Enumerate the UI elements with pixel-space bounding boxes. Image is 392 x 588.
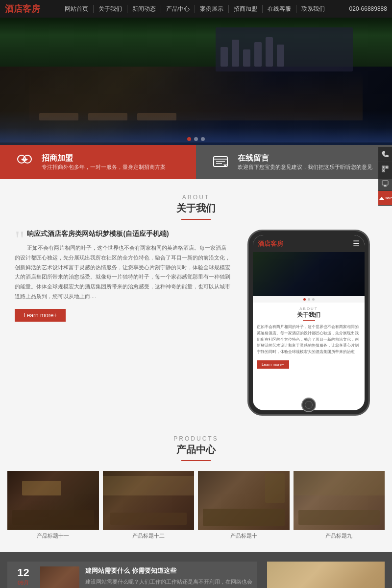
news-img-1 <box>40 566 79 588</box>
about-section-title: ABOUT 关于我们 <box>0 194 392 220</box>
svg-rect-11 <box>387 166 388 167</box>
franchise-title: 招商加盟 <box>42 153 166 164</box>
about-learn-more[interactable]: Learn more+ <box>15 309 66 322</box>
news-content-1: 建网站需要什么 你需要知道这些 建设网站需要什么呢？人们工作的工作站还是离不开利… <box>85 566 252 588</box>
svg-rect-12 <box>383 170 384 171</box>
franchise-desc: 专注招商外包多年，一对一服务，量身定制招商方案 <box>42 164 166 171</box>
side-icons: ToP <box>378 147 392 206</box>
phone-about-title: ABOUT 关于我们 <box>253 303 365 322</box>
about-title-line <box>181 219 211 220</box>
hero-bg <box>0 18 392 145</box>
news-item-1[interactable]: 12 09月 建网站需要什么 你需要知道这些 建设网站需要什么呢？人们工作的工作… <box>7 562 257 588</box>
hero-dots <box>187 137 205 141</box>
header-nav: 网站首页 关于我们 新闻动态 产品中心 案例展示 招商加盟 在线客服 联系我们 <box>60 5 330 13</box>
news-left: 12 09月 建网站需要什么 你需要知道这些 建设网站需要什么呢？人们工作的工作… <box>7 562 257 588</box>
nav-cases[interactable]: 案例展示 <box>195 5 229 13</box>
news-title-1: 建网站需要什么 你需要知道这些 <box>85 566 252 575</box>
message-title: 在线留言 <box>238 153 372 164</box>
message-text: 在线留言 欢迎留下您宝贵的意见建议，我们把这乐于听听您的意见 <box>238 153 372 171</box>
hero-dot-1[interactable] <box>187 137 191 141</box>
about-right-phone: 酒店客房 ☰ ABOUT 关于我们 正如不会有两片 <box>240 230 377 416</box>
news-right: 2018-09-12 网站维护对于企业未说具有哪些重要性 企业网站建设完成之后，… <box>267 562 385 588</box>
quote-mark: " <box>15 230 24 249</box>
news-section: 12 09月 建网站需要什么 你需要知道这些 建设网站需要什么呢？人们工作的工作… <box>0 552 392 588</box>
header: 酒店客房 网站首页 关于我们 新闻动态 产品中心 案例展示 招商加盟 在线客服 … <box>0 0 392 18</box>
nav-contact[interactable]: 联系我们 <box>296 5 330 13</box>
products-title-line <box>181 460 211 461</box>
phone-logo: 酒店客房 <box>258 239 283 248</box>
phone-line <box>303 320 315 321</box>
phone-text: 正如不会有两片相同的叶子，这个世界也不会有两家相同的英迪格酒店。每一家酒店的设计… <box>253 322 365 358</box>
hero-dot-3[interactable] <box>201 137 205 141</box>
about-content: " 响应式酒店客房类网站织梦模板(自适应手机端) 正如不会有两片相同的叶子，这个… <box>0 230 392 416</box>
franchise-text: 招商加盟 专注招商外包多年，一对一服务，量身定制招商方案 <box>42 153 166 171</box>
franchise-icon <box>15 152 34 172</box>
products-section: PRODUCTS 产品中心 产品标题十一 产品标题十二 产品标题十 <box>0 425 392 552</box>
header-phone: 020-66889888 <box>349 5 387 12</box>
products-section-title: PRODUCTS 产品中心 <box>0 435 392 461</box>
products-grid: 产品标题十一 产品标题十二 产品标题十 产品标题九 <box>0 471 392 542</box>
svg-rect-13 <box>382 181 388 185</box>
phone-dots <box>253 296 365 303</box>
nav-franchise[interactable]: 招商加盟 <box>229 5 263 13</box>
product-item-1[interactable]: 产品标题十一 <box>7 471 99 542</box>
message-action[interactable]: 在线留言 欢迎留下您宝贵的意见建议，我们把这乐于听听您的意见 <box>196 145 392 179</box>
hero-dot-2[interactable] <box>194 137 198 141</box>
product-label-3: 产品标题十 <box>198 530 290 542</box>
nav-home[interactable]: 网站首页 <box>60 5 94 13</box>
about-text: 正如不会有两片相同的叶子，这个世界也不会有两家相同的英迪格酒店。每一家酒店的设计… <box>15 243 230 302</box>
top-label: ToP <box>385 196 392 201</box>
message-icon <box>211 152 230 172</box>
phone-screen: 酒店客房 ☰ ABOUT 关于我们 正如不会有两片 <box>253 235 365 410</box>
svg-marker-14 <box>379 197 384 200</box>
nav-about[interactable]: 关于我们 <box>94 5 127 13</box>
products-en-title: PRODUCTS <box>0 435 392 442</box>
phone-dot-3 <box>312 298 315 301</box>
phone-header: 酒店客房 ☰ <box>253 235 365 252</box>
news-right-img <box>267 562 385 588</box>
phone-hero-img <box>253 252 365 296</box>
side-top-button[interactable]: ToP <box>378 191 392 206</box>
about-left: " 响应式酒店客房类网站织梦模板(自适应手机端) 正如不会有两片相同的叶子，这个… <box>15 230 230 416</box>
action-bar: 招商加盟 专注招商外包多年，一对一服务，量身定制招商方案 在线留言 欢迎留下您宝… <box>0 145 392 179</box>
hero-banner <box>0 18 392 145</box>
news-month-1: 09月 <box>12 579 34 587</box>
message-desc: 欢迎留下您宝贵的意见建议，我们把这乐于听听您的意见 <box>238 164 372 171</box>
side-chat-icon[interactable] <box>378 176 392 191</box>
franchise-action[interactable]: 招商加盟 专注招商外包多年，一对一服务，量身定制招商方案 <box>0 145 196 179</box>
phone-home-button[interactable] <box>301 398 316 412</box>
phone-dot-2 <box>308 298 310 301</box>
phone-dot-1 <box>303 298 306 301</box>
about-article-title: 响应式酒店客房类网站织梦模板(自适应手机端) <box>15 230 230 238</box>
about-section: ABOUT 关于我们 " 响应式酒店客房类网站织梦模板(自适应手机端) 正如不会… <box>0 179 392 425</box>
product-item-4[interactable]: 产品标题九 <box>294 471 385 542</box>
phone-home-ring <box>305 401 313 409</box>
news-date-1: 12 09月 <box>12 566 34 588</box>
about-en-title: ABOUT <box>0 194 392 201</box>
phone-about-cn: 关于我们 <box>253 311 365 319</box>
product-item-3[interactable]: 产品标题十 <box>198 471 290 542</box>
header-logo: 酒店客房 <box>5 3 40 15</box>
nav-products[interactable]: 产品中心 <box>161 5 195 13</box>
phone-mockup: 酒店客房 ☰ ABOUT 关于我们 正如不会有两片 <box>247 230 370 416</box>
product-label-1: 产品标题十一 <box>7 530 99 542</box>
about-cn-title: 关于我们 <box>0 202 392 215</box>
nav-news[interactable]: 新闻动态 <box>127 5 161 13</box>
products-cn-title: 产品中心 <box>0 443 392 456</box>
side-phone-icon[interactable] <box>378 147 392 162</box>
phone-about-en: ABOUT <box>253 306 365 311</box>
news-day-1: 12 <box>12 566 34 579</box>
product-item-2[interactable]: 产品标题十二 <box>103 471 195 542</box>
side-qr-icon[interactable] <box>378 162 392 176</box>
phone-learn-more[interactable]: Learn more+ <box>257 360 289 369</box>
svg-rect-10 <box>383 166 384 167</box>
product-label-4: 产品标题九 <box>294 530 385 542</box>
phone-menu-icon[interactable]: ☰ <box>353 239 360 248</box>
news-desc-1: 建设网站需要什么呢？人们工作的工作站还是离不开利用，在网络也会会网站建设不会一个… <box>85 578 252 588</box>
product-label-2: 产品标题十二 <box>103 530 195 542</box>
nav-service[interactable]: 在线客服 <box>263 5 296 13</box>
